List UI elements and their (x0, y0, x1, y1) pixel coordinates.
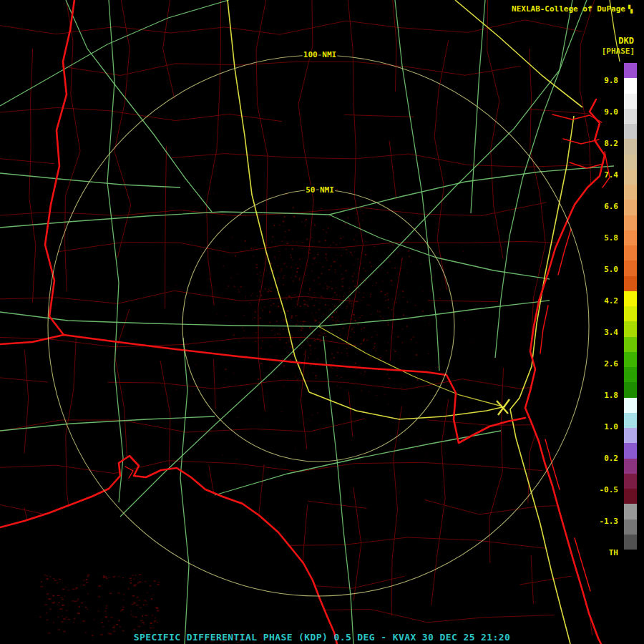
radar-echo (351, 318, 352, 320)
colorbar-segment (624, 63, 637, 78)
colorbar-segment (624, 276, 637, 291)
radar-echo (362, 240, 363, 241)
radar-echo (278, 333, 279, 335)
radar-echo (151, 598, 153, 600)
radar-echo (351, 253, 352, 254)
radar-echo (344, 320, 345, 321)
radar-echo (301, 336, 301, 337)
radar-echo (380, 269, 381, 270)
radar-echo (266, 270, 268, 272)
radar-echo (336, 368, 338, 369)
radar-echo (286, 298, 288, 299)
radar-echo (296, 264, 298, 265)
radar-echo (341, 274, 342, 275)
radar-echo (259, 291, 260, 293)
radar-echo (301, 306, 301, 307)
radar-echo (391, 280, 392, 281)
county-border-line (531, 555, 533, 604)
radar-echo (352, 276, 353, 277)
radar-echo (77, 600, 79, 601)
radar-echo (282, 358, 283, 359)
radar-echo (289, 245, 291, 245)
radar-echo (358, 317, 361, 318)
radar-echo (138, 626, 141, 628)
radar-echo (131, 611, 132, 612)
radar-echo (339, 243, 340, 243)
radar-echo (292, 354, 293, 356)
radar-echo (463, 251, 464, 252)
radar-echo (275, 376, 277, 376)
state-border-line (563, 139, 599, 144)
radar-echo (365, 270, 366, 271)
radar-echo (256, 267, 258, 268)
radar-echo (410, 223, 411, 223)
radar-echo (358, 351, 360, 351)
radar-echo (356, 177, 356, 177)
radar-echo (296, 306, 296, 307)
radar-echo (145, 615, 148, 616)
radar-echo (391, 299, 392, 300)
radar-echo (291, 336, 293, 337)
radar-echo (316, 378, 317, 379)
radar-echo (57, 595, 60, 596)
radar-echo (470, 342, 472, 343)
radar-echo (82, 621, 84, 622)
radar-echo (389, 378, 391, 379)
radar-echo (293, 241, 294, 242)
radar-echo (426, 456, 426, 457)
radar-echo (319, 263, 321, 263)
radar-echo (353, 265, 354, 265)
radar-echo (177, 182, 178, 183)
radar-echo (187, 356, 188, 356)
radar-echo (284, 216, 286, 218)
county-border-line (163, 0, 175, 99)
county-borders (0, 0, 604, 635)
radar-echo (342, 281, 343, 282)
radar-echo (371, 314, 372, 315)
radar-echo (237, 417, 238, 418)
highway-yellow-line (309, 392, 505, 419)
radar-echo (381, 367, 381, 368)
radar-echo (322, 266, 323, 267)
radar-echo (66, 610, 68, 611)
radar-echo (296, 324, 297, 326)
radar-echo (143, 624, 145, 625)
radar-echo (291, 298, 292, 300)
radar-echo (219, 349, 220, 351)
radar-echo (87, 593, 89, 595)
radar-echo (429, 323, 429, 324)
radar-echo (388, 307, 389, 308)
radar-echo (309, 347, 311, 348)
radar-echo (238, 289, 240, 291)
radar-echo (298, 278, 300, 279)
radar-echo (258, 379, 259, 380)
radar-echo (176, 286, 177, 286)
radar-echo (233, 374, 235, 374)
radar-echo (270, 305, 272, 306)
radar-echo (336, 244, 337, 245)
radar-echo (300, 321, 301, 321)
radar-echo (79, 606, 80, 608)
radar-echo (428, 353, 429, 354)
radar-echo (65, 587, 67, 587)
radar-echo (142, 615, 143, 617)
county-border-line (427, 420, 554, 426)
radar-echo (108, 577, 111, 578)
radar-echo (283, 366, 285, 367)
radar-echo (298, 320, 298, 321)
radar-echo (280, 339, 281, 341)
radar-echo (401, 343, 403, 343)
colorbar-segment (624, 109, 637, 124)
radar-echo (391, 205, 392, 206)
radar-echo (114, 576, 115, 577)
radar-echo (270, 291, 271, 292)
radar-echo (202, 253, 203, 253)
radar-echo (312, 263, 313, 265)
radar-echo (157, 610, 159, 612)
radar-echo (388, 299, 389, 301)
radar-echo (296, 452, 296, 452)
radar-echo (381, 291, 383, 293)
radar-echo (313, 373, 314, 374)
radar-echo (269, 311, 270, 312)
product-code: DKD (618, 36, 634, 46)
